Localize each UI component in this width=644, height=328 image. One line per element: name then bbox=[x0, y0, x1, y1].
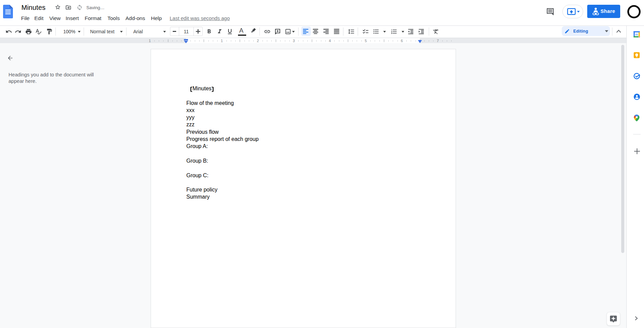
svg-text:31: 31 bbox=[635, 33, 638, 36]
